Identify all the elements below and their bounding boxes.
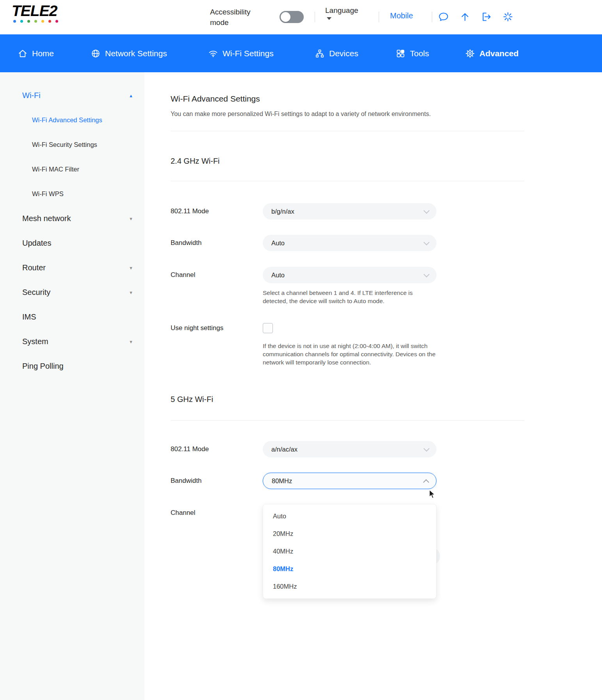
spinner-icon[interactable] [502, 11, 513, 22]
sidebar-item-ping-polling[interactable]: Ping Polling [0, 354, 144, 379]
dropdown-option-160mhz[interactable]: 160MHz [263, 578, 436, 595]
section-heading-5ghz: 5 GHz Wi-Fi [171, 395, 524, 404]
logo-text: TELE2 [12, 2, 58, 20]
nav-item-tools[interactable]: Tools [395, 48, 429, 59]
sidebar-item-wifi-wps[interactable]: Wi-Fi WPS [0, 182, 144, 206]
logo-dot [13, 20, 16, 23]
mobile-link[interactable]: Mobile [390, 11, 413, 20]
form-row-bandwidth-5: Bandwidth 80MHz [171, 473, 524, 489]
nav-label: Advanced [479, 49, 518, 58]
nav-item-home[interactable]: Home [18, 48, 54, 59]
logo-dot [41, 20, 44, 23]
chevron-up-icon: ▲ [129, 93, 133, 98]
bandwidth-24ghz-select[interactable]: Auto [263, 235, 436, 251]
chevron-down-icon [424, 239, 430, 246]
header-divider [379, 12, 379, 22]
home-icon [18, 48, 28, 59]
select-value: a/n/ac/ax [271, 446, 297, 453]
accessibility-toggle[interactable] [280, 11, 304, 23]
sidebar-item-label: Wi-Fi WPS [32, 190, 64, 198]
page-title: Wi-Fi Advanced Settings [171, 94, 524, 104]
chevron-down-icon: ▼ [129, 290, 133, 295]
sidebar-item-label: Ping Polling [22, 362, 64, 371]
night-settings-checkbox[interactable] [263, 323, 273, 333]
main-nav: Home Network Settings Wi-Fi Settings Dev… [0, 34, 602, 72]
divider [171, 131, 524, 131]
sidebar-item-wifi-mac-filter[interactable]: Wi-Fi MAC Filter [0, 157, 144, 182]
page: TELE2 Accessibility mode Language Mobile [0, 0, 602, 700]
sidebar-item-label: Wi-Fi [22, 91, 41, 100]
nav-label: Wi-Fi Settings [223, 49, 274, 58]
chat-icon[interactable] [438, 11, 449, 22]
language-label: Language [325, 6, 358, 14]
logo-dot [20, 20, 23, 23]
sidebar-item-wifi[interactable]: Wi-Fi ▲ [0, 83, 144, 108]
sidebar-item-label: Wi-Fi Security Settings [32, 141, 97, 148]
sidebar-item-system[interactable]: System ▼ [0, 329, 144, 354]
gear-icon [465, 48, 475, 59]
nav-item-advanced[interactable]: Advanced [465, 48, 518, 59]
mode-24ghz-select[interactable]: b/g/n/ax [263, 203, 436, 220]
form-row-bandwidth-24: Bandwidth Auto [171, 235, 524, 251]
nav-item-devices[interactable]: Devices [315, 48, 358, 59]
field-label: 802.11 Mode [171, 445, 263, 453]
chevron-up-icon [423, 479, 429, 486]
chevron-down-icon [424, 446, 430, 452]
sidebar-item-router[interactable]: Router ▼ [0, 255, 144, 280]
sidebar-item-label: Mesh network [22, 214, 71, 223]
grid-icon [395, 48, 406, 59]
nav-item-wifi-settings[interactable]: Wi-Fi Settings [208, 48, 274, 59]
header-divider [315, 12, 315, 22]
toggle-knob [281, 12, 290, 22]
chevron-down-icon: ▼ [129, 216, 133, 221]
chevron-down-icon: ▼ [129, 339, 133, 344]
field-label: 802.11 Mode [171, 207, 263, 215]
sidebar-item-wifi-advanced-settings[interactable]: Wi-Fi Advanced Settings [0, 108, 144, 132]
tele2-logo: TELE2 [12, 2, 58, 23]
globe-icon [91, 48, 101, 59]
logo-dot [55, 20, 58, 23]
field-label: Channel [171, 267, 263, 283]
mode-5ghz-select[interactable]: a/n/ac/ax [263, 441, 436, 457]
nav-item-network-settings[interactable]: Network Settings [91, 48, 167, 59]
chevron-down-icon [424, 271, 430, 278]
sidebar-item-label: Security [22, 288, 50, 297]
nav-label: Home [32, 49, 54, 58]
wifi-icon [208, 48, 218, 59]
form-row-channel-24: Channel Auto Select a channel between 1 … [171, 267, 524, 305]
form-row-night-settings: Use night settings If the device is not … [171, 323, 524, 366]
arrow-up-icon[interactable] [460, 11, 470, 22]
channel-help-text: Select a channel between 1 and 4. If LTE… [263, 289, 439, 305]
channel-24ghz-select[interactable]: Auto [263, 267, 436, 283]
sidebar-item-label: System [22, 337, 48, 346]
dropdown-option-40mhz[interactable]: 40MHz [263, 543, 436, 560]
chevron-down-icon: ▼ [129, 266, 133, 270]
chevron-down-icon [327, 17, 331, 20]
logo-dots [13, 20, 58, 23]
dropdown-option-80mhz[interactable]: 80MHz [263, 560, 436, 578]
sidebar-item-label: Wi-Fi Advanced Settings [32, 116, 102, 124]
bandwidth-5ghz-select[interactable]: 80MHz [263, 473, 436, 489]
dropdown-option-20mhz[interactable]: 20MHz [263, 525, 436, 543]
divider [171, 181, 524, 181]
top-header: TELE2 Accessibility mode Language Mobile [0, 0, 602, 34]
nav-label: Tools [410, 49, 429, 58]
logo-dot [48, 20, 51, 23]
bandwidth-5ghz-dropdown: Auto 20MHz 40MHz 80MHz 160MHz [263, 504, 436, 599]
logout-icon[interactable] [481, 11, 492, 22]
language-selector[interactable]: Language [325, 6, 358, 20]
field-label: Use night settings [171, 323, 263, 333]
sidebar-item-label: IMS [22, 312, 36, 321]
main-content: Wi-Fi Advanced Settings You can make mor… [171, 72, 524, 565]
sidebar-item-updates[interactable]: Updates [0, 231, 144, 255]
sidebar-item-label: Updates [22, 239, 52, 248]
dropdown-option-auto[interactable]: Auto [263, 507, 436, 525]
field-label: Bandwidth [171, 477, 263, 485]
sidebar-item-wifi-security-settings[interactable]: Wi-Fi Security Settings [0, 132, 144, 157]
sidebar-item-security[interactable]: Security ▼ [0, 280, 144, 305]
section-heading-24ghz: 2.4 GHz Wi-Fi [171, 156, 524, 166]
sidebar-item-ims[interactable]: IMS [0, 305, 144, 329]
divider [171, 420, 524, 421]
sidebar-item-mesh-network[interactable]: Mesh network ▼ [0, 206, 144, 231]
logo-dot [27, 20, 30, 23]
